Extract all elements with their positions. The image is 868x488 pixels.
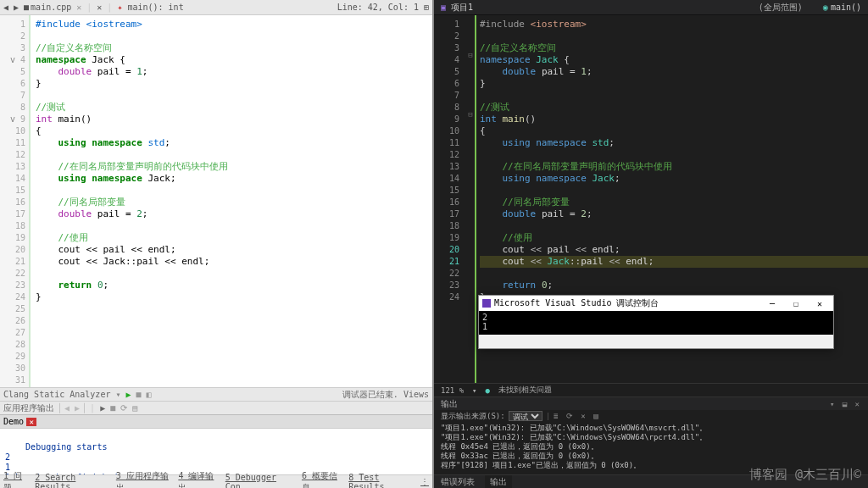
code-area[interactable]: #include <iostream> //自定义名称空间namespace J… (29, 15, 432, 387)
output-title: 应用程序输出 (3, 402, 54, 414)
vs-bottom-tabbar: 错误列表 输出 (434, 474, 868, 488)
minimize-icon[interactable]: ─ (762, 299, 782, 308)
next-icon[interactable]: ▶▕ (75, 403, 85, 413)
breadcrumb[interactable]: main(): int (127, 3, 183, 12)
left-code-editor[interactable]: 123v 45678v 9101112131415161718192021222… (0, 15, 432, 387)
project-tab[interactable]: ▣ 项目1 (441, 2, 473, 14)
rerun-icon[interactable]: ▶ (100, 403, 105, 413)
editor-tab[interactable]: ■ main.cpp (24, 3, 71, 12)
run-tab-close-icon[interactable]: ✕ (26, 418, 36, 426)
zoom-chevron-icon[interactable]: ▾ (472, 386, 476, 395)
split-icon[interactable]: ✕ (97, 3, 102, 12)
method-icon: ◉ (823, 3, 828, 12)
vs-line-gutter: 123456789101112131415161718192021222324 (434, 15, 466, 383)
stop-icon[interactable]: ■ (136, 390, 142, 399)
console-title: Microsoft Visual Studio 调试控制台 (494, 297, 659, 309)
bookmark-icon[interactable]: ✦ (117, 3, 122, 12)
vs-breadcrumb: ▣ 项目1 (全局范围) ◉main() (434, 0, 868, 15)
filter-icon[interactable]: ▤ (132, 403, 137, 413)
cpp-proj-icon: ▣ (441, 3, 446, 12)
pin-icon[interactable]: ▾ ⬓ (830, 400, 849, 408)
console-body: 2 1 (479, 311, 833, 335)
console-scrollbar[interactable] (479, 335, 833, 348)
analyzer-label[interactable]: Clang Static Analyzer (3, 390, 110, 399)
bottom-tab[interactable]: 5 Debugger Con… (225, 473, 295, 489)
left-toolbar: ◀ ▶ ■ main.cpp ✕ | ✕ | ✦ main(): int Lin… (0, 0, 432, 15)
debugger-status: 调试器已结束. (342, 389, 398, 401)
tool-icon[interactable]: ◧ (147, 390, 152, 399)
fold-column[interactable]: ⊟⊟ (466, 15, 475, 383)
bottom-tab[interactable]: 4 编译输出 (178, 470, 218, 489)
cpp-icon: ■ (24, 3, 29, 12)
debug-console-window[interactable]: Microsoft Visual Studio 调试控制台 ─ ☐ ✕ 2 1 (478, 295, 834, 349)
more-icon[interactable]: ⋮ (420, 477, 429, 486)
analyzer-bar: Clang Static Analyzer ▾ ▶ ■ ◧ 调试器已结束. Vi… (0, 387, 432, 401)
attach-icon[interactable]: ⟳ (120, 403, 127, 413)
output-header-label[interactable]: 输出 (441, 398, 458, 410)
run-icon[interactable]: ▶ (125, 390, 131, 399)
zoom-level[interactable]: 121 % (441, 386, 464, 395)
error-list-tab[interactable]: 错误列表 (441, 476, 475, 488)
app-output-panel: Debugging starts 2 1 Debugging has finis… (0, 428, 432, 474)
panel-close-icon[interactable]: ✕ (855, 400, 861, 408)
views-link[interactable]: Views (403, 390, 429, 399)
line-gutter: 123v 45678v 9101112131415161718192021222… (0, 15, 29, 387)
maximize-icon[interactable]: ☐ (786, 299, 806, 308)
close-icon[interactable]: ✕ (810, 299, 830, 308)
bottom-tab[interactable]: 1 问题 (3, 470, 28, 489)
sidebar-toggle-icon[interactable]: ⊞ (424, 3, 429, 12)
issues-ok-icon: ● (486, 386, 490, 395)
output-source-bar: 显示输出来源(S): 调试 | ≣ ⟳ ✕ ▤ (434, 410, 868, 422)
vs-output-text: "项目1.exe"(Win32): 已加载"C:\Windows\SysWOW6… (434, 422, 868, 474)
run-tab-label: Demo (3, 417, 24, 426)
bottom-tabbar: 1 问题2 Search Results3 应用程序输出4 编译输出5 Debu… (0, 474, 432, 488)
output-source-select[interactable]: 调试 (509, 411, 542, 421)
line-col: Line: 42, Col: 1 (337, 3, 419, 12)
output-tool-icons[interactable]: ≣ ⟳ ✕ ▤ (554, 412, 600, 420)
run-tab[interactable]: Demo ✕ (0, 414, 432, 428)
bottom-tab[interactable]: 3 应用程序输出 (116, 470, 172, 489)
output-tab[interactable]: 输出 (485, 475, 512, 489)
nav-arrows[interactable]: ◀ ▶ (3, 3, 19, 12)
bottom-tab[interactable]: 6 概要信息 (302, 470, 342, 489)
scope-dropdown[interactable]: (全局范围) (759, 2, 803, 14)
tab-filename: main.cpp (31, 3, 71, 12)
console-titlebar[interactable]: Microsoft Visual Studio 调试控制台 ─ ☐ ✕ (479, 296, 833, 311)
prev-icon[interactable]: ▏◀ (59, 403, 70, 413)
right-pane: ▣ 项目1 (全局范围) ◉main() 1234567891011121314… (434, 0, 868, 488)
function-dropdown[interactable]: ◉main() (823, 3, 861, 12)
output-panel-header: 输出 ▾ ⬓ ✕ (434, 396, 868, 410)
stop-output-icon[interactable]: ■ (110, 403, 115, 413)
vs-status-bar: 121 % ▾ ● 未找到相关问题 (434, 383, 868, 396)
bottom-tab[interactable]: 8 Test Results (348, 473, 414, 489)
left-pane: ◀ ▶ ■ main.cpp ✕ | ✕ | ✦ main(): int Lin… (0, 0, 434, 488)
vs-code-editor[interactable]: 123456789101112131415161718192021222324 … (434, 15, 868, 383)
vs-logo-icon (482, 299, 491, 308)
output-toolbar: 应用程序输出 ▏◀ ▶▕ | ▶ ■ ⟳ ▤ (0, 401, 432, 414)
tab-close-icon[interactable]: ✕ (76, 3, 81, 12)
output-source-label: 显示输出来源(S): (441, 411, 505, 422)
bottom-tab[interactable]: 2 Search Results (35, 473, 109, 489)
issues-text: 未找到相关问题 (498, 385, 552, 396)
